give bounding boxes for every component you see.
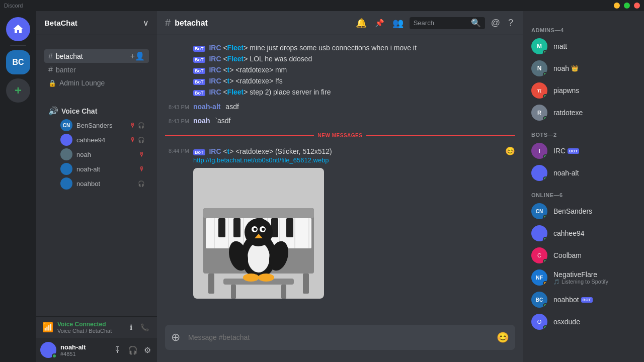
help-icon[interactable]: ? [506, 16, 515, 30]
member-sub-negativeflare: 🎵 Listening to Spotify [553, 279, 636, 285]
voice-channel-header[interactable]: 🔊 Voice Chat [44, 104, 149, 118]
message-row-4: BoT IRC <t> <ratdotexe> !fs [165, 76, 515, 85]
svg-rect-19 [223, 279, 294, 285]
microphone-icon[interactable]: 🎙 [112, 343, 124, 357]
voice-member-icons-noah-alt: 🎙 [139, 165, 145, 172]
voice-member-noah[interactable]: noah 🎙 [44, 147, 149, 161]
mute-icon-noah: 🎙 [139, 151, 145, 158]
admins-section-header: ADMINS—4 [527, 19, 640, 35]
pin-icon[interactable]: 📌 [373, 17, 386, 30]
voice-connected-bar: 📶 Voice Connected Voice Chat / BetaChat … [36, 316, 157, 338]
member-name-coolbam: Coolbam [553, 251, 636, 259]
member-info-negativeflare: NegativeFlare 🎵 Listening to Spotify [553, 270, 636, 285]
bell-icon[interactable]: 🔔 [354, 16, 369, 31]
sticker-url[interactable]: http://tg.betachat.net/ob0s0ntl/file_656… [193, 156, 329, 164]
hash-icon: # [48, 52, 53, 61]
svg-point-33 [258, 274, 274, 282]
attach-file-icon[interactable]: ⊕ [171, 325, 184, 350]
emoji-picker-icon[interactable]: 😊 [493, 325, 509, 349]
voice-member-name-noah-alt: noah-alt [76, 165, 139, 173]
member-avatar-negativeflare: NF [531, 269, 547, 286]
member-item-matt[interactable]: M matt [527, 35, 640, 57]
server-header[interactable]: BetaChat ∨ [36, 11, 157, 35]
member-item-noah-alt-bot[interactable]: noah-alt [527, 162, 640, 184]
add-server-btn[interactable]: + [6, 78, 30, 103]
channel-item-admin-lounge[interactable]: 🔒 Admin Lounge [44, 77, 149, 89]
member-item-cahhee94[interactable]: cahhee94 [527, 222, 640, 244]
add-member-icon[interactable]: +👤 [130, 51, 145, 61]
member-avatar-bensanders: CN [531, 203, 547, 219]
member-info-noah-alt-bot: noah-alt [553, 169, 636, 177]
member-name-matt: matt [553, 42, 636, 50]
member-name-cahhee94: cahhee94 [553, 229, 636, 237]
voice-member-avatar-noahbot [60, 177, 72, 190]
deafen-icon-noahbot: 🎧 [138, 180, 145, 187]
crown-icon: 👑 [571, 65, 579, 72]
titlebar: Discord [0, 0, 644, 11]
member-item-noahbot[interactable]: BC noahbot BOT [527, 289, 640, 311]
message-row-3: BoT IRC <t> <ratdotexe> mm [165, 65, 515, 74]
svg-rect-20 [231, 285, 236, 299]
voice-member-noah-alt[interactable]: noah-alt 🎙 [44, 162, 149, 176]
member-avatar-irc: I [531, 143, 547, 159]
members-icon[interactable]: 👥 [390, 16, 406, 31]
channel-item-betachat[interactable]: # betachat +👤 [44, 49, 149, 63]
voice-member-icons-bensanders: 🎙 🎧 [130, 122, 145, 129]
messages-area: BoT IRC <Fleet> mine just drops some usb… [157, 35, 523, 325]
voice-member-cahhee94[interactable]: cahhee94 🎙 🎧 [44, 133, 149, 147]
user-name: noah-alt [60, 343, 108, 351]
add-reaction-icon[interactable]: 😊 [505, 146, 515, 156]
window-controls [614, 3, 640, 9]
voice-member-avatar-cahhee94 [60, 134, 72, 146]
voice-member-avatar-noah-alt [60, 163, 72, 175]
voice-member-noahbot[interactable]: noahbot 🎧 [44, 176, 149, 191]
member-name-ratdotexe: ratdotexe [553, 109, 636, 117]
user-info[interactable]: noah-alt #4851 [60, 343, 108, 357]
channel-item-banter[interactable]: # banter [44, 63, 149, 76]
user-avatar-container[interactable] [40, 342, 56, 358]
voice-member-name-bensanders: BenSanders [76, 122, 130, 129]
voice-connected-actions: ℹ 📞 [128, 321, 151, 333]
voice-settings-icon[interactable]: ℹ [128, 321, 134, 333]
voice-phone-icon[interactable]: 📞 [138, 321, 151, 333]
irc-prefix-2: IRC [209, 55, 221, 63]
member-item-ratdotexe[interactable]: R ratdotexe [527, 102, 640, 124]
member-info-bensanders: BenSanders [553, 207, 636, 215]
member-item-bensanders[interactable]: CN BenSanders [527, 200, 640, 222]
member-item-coolbam[interactable]: C Coolbam [527, 244, 640, 266]
channel-header-name: betachat [175, 19, 208, 28]
member-status-dot-noahalt [543, 176, 547, 181]
member-item-osxdude[interactable]: O osxdude [527, 311, 640, 333]
server-icon-betachat[interactable]: BC [6, 50, 30, 74]
member-status-dot-noah [543, 72, 547, 76]
member-item-noah[interactable]: N noah 👑 [527, 57, 640, 79]
message-content-5: BoT IRC <Fleet> step 2) place server in … [193, 88, 515, 96]
member-name-osxdude: osxdude [553, 318, 636, 326]
member-item-irc[interactable]: I IRC BOT [527, 140, 640, 162]
server-icon-home[interactable] [6, 17, 30, 41]
bot-badge-2: BoT [193, 57, 205, 63]
message-content-4: BoT IRC <t> <ratdotexe> !fs [193, 77, 515, 85]
at-icon[interactable]: @ [489, 16, 502, 30]
member-avatar-noah: N [531, 60, 547, 76]
message-content-8: BoT IRC <t> <ratdotexe> (Sticker, 512x51… [193, 146, 515, 299]
member-avatar-piapwns: π [531, 82, 547, 99]
user-actions: 🎙 🎧 ⚙ [112, 343, 153, 357]
minimize-btn[interactable] [614, 3, 620, 9]
bot-badge-sticker: BoT [193, 149, 205, 155]
headset-icon[interactable]: 🎧 [126, 343, 140, 357]
message-input[interactable] [184, 327, 493, 347]
settings-icon[interactable]: ⚙ [142, 343, 153, 357]
member-item-piapwns[interactable]: π piapwns [527, 79, 640, 102]
maximize-btn[interactable] [624, 3, 630, 9]
message-row-sticker: 8:44 PM BoT IRC <t> <ratdotexe> (Sticker… [165, 144, 515, 301]
channel-name-betachat: betachat [56, 52, 83, 60]
irc-fleet-3: <Fleet> step 2) place server in fire [223, 88, 331, 96]
member-item-negativeflare[interactable]: NF NegativeFlare 🎵 Listening to Spotify [527, 266, 640, 289]
voice-member-bensanders[interactable]: CN BenSanders 🎙 🎧 [44, 118, 149, 132]
member-list: ADMINS—4 M matt N noah 👑 π [523, 11, 644, 362]
channel-header-hash-icon: # [165, 17, 171, 29]
voice-member-name-noah: noah [76, 151, 139, 158]
close-btn[interactable] [634, 3, 640, 9]
search-bar[interactable]: Search 🔍 [410, 17, 485, 29]
